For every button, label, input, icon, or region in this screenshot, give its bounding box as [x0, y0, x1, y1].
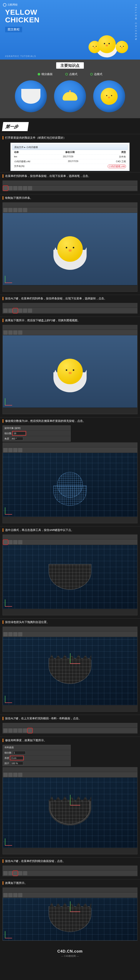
instruction-10: 修改布料厚度，效果如下图所示。 — [0, 737, 140, 744]
radio-dot-icon — [65, 73, 68, 75]
axis-gizmo-icon — [5, 505, 14, 515]
bullet-bar-icon — [3, 620, 3, 624]
file-row[interactable]: 小鸡仔建模.c4d 2017/7/29 C4D 工程 — [12, 159, 128, 164]
hero-title-line1: YELLOW — [5, 8, 40, 16]
screenshot-bowl-thick — [3, 767, 137, 854]
instruction-1: 打开群里提供的预设文件（材质灯光已经设置好） — [0, 134, 140, 142]
page-footer: C4D.CN.com — C4D教程网 — — [0, 943, 140, 965]
screenshot-wire-egg — [3, 442, 137, 523]
panel-label: 细分数 — [5, 432, 11, 435]
subdiv-count-input[interactable] — [13, 432, 25, 435]
move-gizmo-icon[interactable] — [70, 805, 70, 805]
screenshot-bowl-drag — [3, 627, 137, 712]
kp-mode-label: 边模式 — [94, 72, 102, 76]
chick-main — [98, 35, 116, 53]
instruction-12: 效果如下图所示。 — [0, 879, 140, 887]
step-1-header: 第一步 — [2, 122, 29, 132]
instruction-text: 在菜单栏找到样条，按住样条按钮，出现下拉菜单，选择画笔，点击。 — [5, 174, 91, 178]
file-name-field-row: 文件名(N): 小鸡仔建模.c4d — [12, 164, 128, 169]
lathe-tool-icon[interactable] — [13, 309, 18, 313]
screenshot-bowl-final — [3, 888, 137, 941]
instruction-text: 选中点模式，再点击选择工具，按住shift键选中以下点。 — [5, 528, 74, 532]
instruction-text: 按住ALT键，在上方菜单栏找到模拟 - 布料 - 布料曲面，点击。 — [5, 717, 81, 721]
radio-dot-icon — [38, 73, 40, 75]
instruction-text: 效果如下图所示。 — [5, 881, 27, 885]
logo-ring-icon — [3, 3, 6, 6]
file-columns: 名称 修改日期 类型 — [12, 150, 128, 154]
bullet-bar-icon — [3, 174, 3, 178]
bullet-bar-icon — [3, 739, 3, 742]
cloth-subdiv-input[interactable] — [13, 751, 25, 754]
file-open-dialog[interactable]: 原始文件 ▸ 小鸡仔建模 名称 修改日期 类型 tex 2017/7/29 文件… — [10, 143, 130, 171]
axis-gizmo-icon — [5, 396, 14, 406]
instruction-11: 按住ALT键，在菜单栏找到细分曲面按钮，点击。 — [0, 858, 140, 865]
instruction-6: 修改细分数值为18，然后找到左侧菜单栏里面的填充按钮，点击。 — [0, 417, 140, 425]
screenshot-sds-menu — [3, 865, 137, 876]
screenshot-lathe-menu — [3, 303, 137, 313]
kp-card-hair — [54, 80, 86, 112]
instruction-5: 效果如下图所示，然后按下键盘上的F1键，切换到透视视图。 — [0, 317, 140, 324]
point-mode-icon[interactable] — [3, 540, 8, 544]
file-row[interactable]: tex 2017/7/29 文件夹 — [12, 154, 128, 159]
kp-title: 主要知识点 — [56, 62, 84, 69]
cloth-surface-menu-icon[interactable] — [28, 729, 32, 733]
spline-tool-icon[interactable] — [3, 186, 8, 190]
axis-gizmo-icon — [5, 836, 14, 846]
viewport-wire-chick — [57, 472, 83, 498]
sds-tool-icon[interactable] — [13, 871, 18, 875]
screenshot-render-egg-1 — [3, 202, 137, 292]
file-dialog-path: 原始文件 ▸ 小鸡仔建模 — [12, 145, 128, 150]
viewport-chick-egg — [57, 236, 83, 262]
instruction-2: 在菜单栏找到样条，按住样条按钮，出现下拉菜单，选择画笔，点击。 — [0, 172, 140, 180]
file-name-highlight[interactable]: 小鸡仔建模.c4d — [108, 165, 126, 168]
knowledge-points-section: 主要知识点 细分曲面 点模式 边模式 — [0, 59, 140, 118]
instruction-3: 绘制如下图所示样条。 — [0, 194, 140, 202]
panel-label: 细分数 — [5, 751, 11, 754]
instruction-7: 选中点模式，再点击选择工具，按住shift键选中以下点。 — [0, 526, 140, 534]
kp-card-face — [93, 80, 125, 112]
cloth-thickness-input[interactable] — [10, 756, 23, 760]
panel-title: 旋转对象 [旋转] — [3, 426, 70, 431]
attribute-panel-subdiv[interactable]: 旋转对象 [旋转] 细分数 角度 — [3, 425, 71, 442]
instruction-text: 按住ALT键，在菜单栏找到细分曲面按钮，点击。 — [5, 859, 65, 863]
instruction-text: 修改细分数值为18，然后找到左侧菜单栏里面的填充按钮，点击。 — [5, 419, 86, 423]
kp-mode-edge[interactable]: 边模式 — [90, 72, 102, 76]
hero-banner: 云酷网校 YELLOW CHICKEN 图文教程 YELLOW CHICKEN … — [0, 0, 140, 59]
panel-label: 厚度 — [5, 757, 9, 760]
hero-title-line2: CHICKEN — [5, 16, 40, 24]
axis-gizmo-icon — [5, 929, 14, 938]
instruction-text: 按住绿色箭头向下拖拽到合适位置。 — [5, 620, 49, 624]
attribute-panel-cloth[interactable]: 布料曲面 细分数 厚度 因子 — [3, 745, 71, 766]
bullet-bar-icon — [3, 881, 3, 885]
panel-title: 布料曲面 — [3, 745, 70, 750]
hero-subcaption: #GRAPHIC TUTORIALS — [5, 55, 36, 57]
kp-mode-label: 细分曲面 — [41, 72, 52, 76]
brand-name: 云酷网校 — [8, 3, 18, 6]
axis-gizmo-icon — [5, 694, 14, 703]
bullet-bar-icon — [3, 196, 3, 200]
hero-vertical-text: YELLOW CHICKEN — [135, 4, 137, 41]
bullet-bar-icon — [3, 136, 3, 140]
bullet-bar-icon — [3, 717, 3, 720]
instruction-text: 修改布料厚度，效果如下图所示。 — [5, 738, 46, 742]
instruction-8: 按住绿色箭头向下拖拽到合适位置。 — [0, 618, 140, 626]
kp-mode-label: 点模式 — [69, 72, 78, 76]
kp-mode-point[interactable]: 点模式 — [65, 72, 78, 76]
viewport-bowl-smooth — [49, 907, 91, 932]
hero-title: YELLOW CHICKEN — [5, 8, 40, 24]
angle-input[interactable] — [10, 437, 23, 440]
cloth-factor-input[interactable] — [10, 762, 23, 765]
bullet-bar-icon — [3, 859, 3, 863]
viewport-bowl-thick — [49, 800, 91, 826]
instruction-text: 效果如下图所示，然后按下键盘上的F1键，切换到透视视图。 — [5, 318, 80, 322]
bullet-bar-icon — [3, 319, 3, 322]
instruction-4: 按住ALT键，在菜单栏找到样条，按住样条按钮，出现下拉菜单，选择旋转，点击。 — [0, 295, 140, 302]
bullet-bar-icon — [3, 528, 3, 532]
screenshot-bowl-points — [3, 535, 137, 615]
move-gizmo-icon[interactable] — [70, 912, 70, 912]
instruction-text: 打开群里提供的预设文件（材质灯光已经设置好） — [5, 136, 66, 140]
axis-gizmo-icon — [5, 597, 14, 607]
file-name-label: 文件名(N): — [14, 165, 25, 168]
kp-mode-subdivision[interactable]: 细分曲面 — [38, 72, 52, 76]
kp-modes-row: 细分曲面 点模式 边模式 — [0, 70, 140, 79]
